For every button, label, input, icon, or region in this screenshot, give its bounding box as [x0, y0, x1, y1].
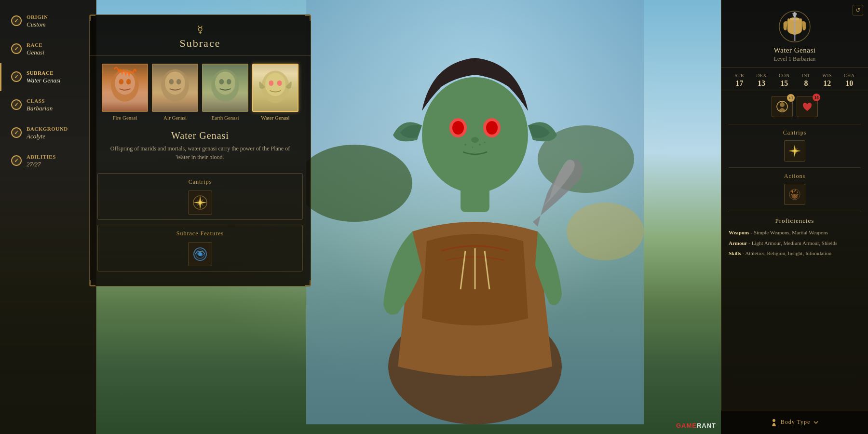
svg-point-6	[422, 77, 528, 193]
stat-cha: CHA 10	[844, 73, 855, 88]
subrace-value: Water Genasi	[27, 77, 61, 84]
svg-point-21	[119, 79, 124, 85]
body-type-button[interactable]: Body Type	[770, 419, 819, 426]
water-genasi-label: Water Genasi	[261, 115, 289, 121]
background-check	[11, 127, 22, 138]
center-panel: ☿ Subrace Fire Genasi	[89, 14, 311, 286]
svg-point-11	[464, 144, 466, 146]
chevron-down-icon	[813, 420, 819, 425]
svg-point-25	[169, 79, 174, 85]
svg-point-20	[115, 71, 135, 95]
fire-genasi-portrait[interactable]	[102, 64, 148, 112]
svg-point-12	[472, 147, 474, 148]
wis-value: 12	[823, 79, 831, 88]
svg-point-34	[277, 81, 282, 86]
prof-armour: Armour - Light Armour, Medium Armour, Sh…	[729, 239, 861, 248]
water-genasi-portrait[interactable]	[252, 64, 298, 112]
stat-str: STR 17	[734, 73, 744, 88]
action-badge-button[interactable]: +1	[772, 96, 793, 117]
nav-item-race[interactable]: Race Genasi	[0, 35, 96, 63]
svg-point-3	[567, 203, 644, 260]
close-button[interactable]: ↺	[853, 5, 863, 15]
class-icon	[778, 10, 812, 43]
air-genasi-portrait[interactable]	[152, 64, 198, 112]
prof-divider	[729, 211, 861, 211]
subrace-option-fire[interactable]: Fire Genasi	[102, 64, 148, 121]
earth-genasi-portrait[interactable]	[202, 64, 248, 112]
watermark-game: GAME	[676, 422, 697, 429]
cha-label: CHA	[844, 73, 855, 78]
svg-point-36	[199, 201, 202, 204]
character-level: Level 1 Barbarian	[729, 55, 861, 63]
cantrip-icons	[103, 190, 298, 215]
cantrips-title: Cantrips	[103, 178, 298, 186]
action-spell-icon[interactable]	[784, 184, 805, 205]
subrace-option-air[interactable]: Air Genasi	[152, 64, 198, 121]
panel-title: Subrace	[99, 37, 301, 50]
feature-icon-item[interactable]	[188, 242, 212, 266]
heart-value: 14	[813, 94, 820, 101]
actions-section-label: Actions	[721, 170, 868, 182]
race-text: Race Genasi	[27, 42, 44, 56]
con-label: CON	[779, 73, 790, 78]
str-label: STR	[734, 73, 744, 78]
subrace-features-box: Subrace Features	[97, 225, 303, 271]
con-value: 15	[780, 79, 788, 88]
abilities-label: Abilities	[27, 154, 56, 160]
left-sidebar: Origin Custom Race Genasi Subrace Water …	[0, 0, 96, 434]
proficiencies-section: Proficiencies Weapons - Simple Weapons, …	[721, 213, 868, 434]
watermark-rant: RANT	[697, 422, 716, 429]
class-text: Class Barbarian	[27, 98, 53, 112]
nav-item-origin[interactable]: Origin Custom	[0, 7, 96, 35]
subrace-option-earth[interactable]: Earth Genasi	[202, 64, 248, 121]
feature-icons	[103, 242, 298, 266]
subrace-text: Subrace Water Genasi	[27, 70, 61, 84]
abilities-check	[11, 155, 22, 166]
cha-value: 10	[845, 79, 853, 88]
svg-point-47	[773, 419, 775, 422]
nav-item-subrace[interactable]: Subrace Water Genasi	[0, 63, 96, 91]
cantrips-section-label: Cantrips	[721, 126, 868, 138]
panel-header: ☿ Subrace	[90, 15, 311, 56]
nav-item-class[interactable]: Class Barbarian	[0, 91, 96, 119]
character-name: Water Genasi	[729, 46, 861, 54]
cantrip-spell-icon[interactable]	[784, 140, 805, 162]
abilities-text: Abilities 27/27	[27, 154, 56, 168]
nav-item-background[interactable]: Background Acolyte	[0, 119, 96, 147]
svg-point-9	[452, 121, 464, 135]
prof-weapons: Weapons - Simple Weapons, Martial Weapon…	[729, 229, 861, 237]
heart-button[interactable]: 14	[797, 96, 818, 117]
stat-int: INT 8	[801, 73, 810, 88]
right-panel-header: ↺ Water Genasi Level 1 Barbarian	[721, 0, 868, 68]
cantrip-icon-item[interactable]	[188, 190, 212, 215]
wis-label: WIS	[822, 73, 832, 78]
svg-point-10	[486, 121, 498, 135]
svg-point-43	[780, 102, 785, 107]
svg-point-14	[484, 142, 486, 143]
subrace-grid: Fire Genasi Air Genasi	[90, 56, 311, 124]
actions-spell-row	[721, 182, 868, 209]
svg-point-33	[269, 81, 274, 86]
air-genasi-label: Air Genasi	[163, 115, 187, 121]
svg-point-30	[227, 79, 231, 85]
svg-point-44	[794, 150, 796, 152]
cantrips-divider	[729, 124, 861, 124]
subrace-features-title: Subrace Features	[103, 230, 298, 237]
svg-point-22	[126, 79, 131, 85]
cantrips-box: Cantrips	[97, 173, 303, 220]
dex-value: 13	[758, 79, 765, 88]
character-illustration	[306, 0, 644, 424]
race-value: Genasi	[27, 49, 44, 56]
prof-skills: Skills - Athletics, Religion, Insight, I…	[729, 249, 861, 258]
subrace-check	[11, 71, 22, 82]
subrace-option-water[interactable]: Water Genasi	[252, 64, 298, 121]
abilities-value: 27/27	[27, 161, 56, 168]
actions-divider	[729, 167, 861, 168]
subrace-main-title: Water Genasi	[90, 124, 311, 144]
bottom-bar: Body Type	[721, 410, 868, 434]
nav-item-abilities[interactable]: Abilities 27/27	[0, 147, 96, 175]
svg-point-24	[165, 71, 185, 95]
watermark: GAMERANT	[676, 422, 716, 429]
int-value: 8	[804, 79, 808, 88]
class-value: Barbarian	[27, 105, 53, 112]
